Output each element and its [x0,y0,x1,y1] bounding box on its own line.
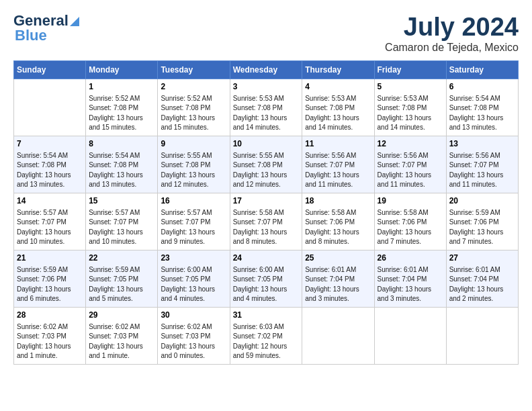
col-header-wednesday: Wednesday [230,60,302,79]
col-header-tuesday: Tuesday [158,60,230,79]
calendar-cell: 13Sunrise: 5:56 AMSunset: 7:07 PMDayligh… [446,136,518,193]
calendar-week-row: 21Sunrise: 5:59 AMSunset: 7:06 PMDayligh… [14,250,519,307]
cell-info: Sunrise: 5:53 AMSunset: 7:08 PMDaylight:… [305,94,371,133]
cell-info: Sunrise: 6:01 AMSunset: 7:04 PMDaylight:… [305,265,371,304]
day-number: 16 [161,195,226,207]
day-number: 30 [161,310,226,321]
logo: General Blue [13,13,79,44]
cell-info: Sunrise: 6:01 AMSunset: 7:04 PMDaylight:… [449,265,515,304]
calendar-cell: 7Sunrise: 5:54 AMSunset: 7:08 PMDaylight… [14,136,86,193]
calendar-cell: 27Sunrise: 6:01 AMSunset: 7:04 PMDayligh… [446,250,518,307]
day-number: 8 [89,138,154,150]
calendar-cell: 8Sunrise: 5:54 AMSunset: 7:08 PMDaylight… [86,136,158,193]
calendar-week-row: 28Sunrise: 6:02 AMSunset: 7:03 PMDayligh… [14,307,519,364]
calendar-cell: 19Sunrise: 5:58 AMSunset: 7:06 PMDayligh… [374,193,446,250]
logo-arrow-icon [70,17,79,26]
cell-info: Sunrise: 5:59 AMSunset: 7:06 PMDaylight:… [449,208,515,247]
day-number: 1 [89,81,154,93]
cell-info: Sunrise: 5:59 AMSunset: 7:05 PMDaylight:… [89,265,154,304]
calendar-cell: 6Sunrise: 5:54 AMSunset: 7:08 PMDaylight… [446,79,518,136]
cell-info: Sunrise: 5:54 AMSunset: 7:08 PMDaylight:… [17,151,83,190]
day-number: 14 [17,195,83,207]
calendar-cell: 11Sunrise: 5:56 AMSunset: 7:07 PMDayligh… [302,136,374,193]
logo-general: General [13,13,69,28]
day-number: 31 [233,310,300,321]
calendar-cell: 25Sunrise: 6:01 AMSunset: 7:04 PMDayligh… [302,250,374,307]
day-number: 21 [17,253,83,264]
cell-info: Sunrise: 5:58 AMSunset: 7:06 PMDaylight:… [305,208,371,247]
calendar-cell: 18Sunrise: 5:58 AMSunset: 7:06 PMDayligh… [302,193,374,250]
cell-info: Sunrise: 5:57 AMSunset: 7:07 PMDaylight:… [161,208,226,247]
cell-info: Sunrise: 5:58 AMSunset: 7:06 PMDaylight:… [378,208,443,247]
day-number: 25 [305,253,371,264]
calendar-week-row: 1Sunrise: 5:52 AMSunset: 7:08 PMDaylight… [14,79,519,136]
cell-info: Sunrise: 5:54 AMSunset: 7:08 PMDaylight:… [449,94,515,133]
calendar-cell: 2Sunrise: 5:52 AMSunset: 7:08 PMDaylight… [158,79,230,136]
calendar-cell: 28Sunrise: 6:02 AMSunset: 7:03 PMDayligh… [14,307,86,364]
cell-info: Sunrise: 5:56 AMSunset: 7:07 PMDaylight:… [305,151,371,190]
calendar-week-row: 14Sunrise: 5:57 AMSunset: 7:07 PMDayligh… [14,193,519,250]
day-number: 22 [89,253,154,264]
cell-info: Sunrise: 5:57 AMSunset: 7:07 PMDaylight:… [89,208,154,247]
calendar-cell [374,307,446,364]
cell-info: Sunrise: 5:56 AMSunset: 7:07 PMDaylight:… [449,151,515,190]
calendar-cell: 23Sunrise: 6:00 AMSunset: 7:05 PMDayligh… [158,250,230,307]
page-header: General Blue July 2024 Camaron de Tejeda… [13,13,519,54]
cell-info: Sunrise: 5:52 AMSunset: 7:08 PMDaylight:… [161,94,226,133]
day-number: 23 [161,253,226,264]
day-number: 19 [378,195,443,207]
calendar-cell: 14Sunrise: 5:57 AMSunset: 7:07 PMDayligh… [14,193,86,250]
day-number: 3 [233,81,300,93]
month-year-title: July 2024 [385,13,519,42]
day-number: 12 [378,138,443,150]
cell-info: Sunrise: 5:53 AMSunset: 7:08 PMDaylight:… [378,94,443,133]
col-header-friday: Friday [374,60,446,79]
calendar-cell: 12Sunrise: 5:56 AMSunset: 7:07 PMDayligh… [374,136,446,193]
day-number: 15 [89,195,154,207]
logo-blue: Blue [13,27,47,44]
calendar-cell: 4Sunrise: 5:53 AMSunset: 7:08 PMDaylight… [302,79,374,136]
cell-info: Sunrise: 5:57 AMSunset: 7:07 PMDaylight:… [17,208,83,247]
calendar-cell [14,79,86,136]
calendar-header-row: SundayMondayTuesdayWednesdayThursdayFrid… [14,60,519,79]
calendar-cell: 22Sunrise: 5:59 AMSunset: 7:05 PMDayligh… [86,250,158,307]
calendar-cell: 24Sunrise: 6:00 AMSunset: 7:05 PMDayligh… [230,250,302,307]
day-number: 26 [378,253,443,264]
calendar-cell: 9Sunrise: 5:55 AMSunset: 7:08 PMDaylight… [158,136,230,193]
calendar-cell: 3Sunrise: 5:53 AMSunset: 7:08 PMDaylight… [230,79,302,136]
cell-info: Sunrise: 5:52 AMSunset: 7:08 PMDaylight:… [89,94,154,133]
calendar-cell: 26Sunrise: 6:01 AMSunset: 7:04 PMDayligh… [374,250,446,307]
calendar-cell: 29Sunrise: 6:02 AMSunset: 7:03 PMDayligh… [86,307,158,364]
calendar-cell: 5Sunrise: 5:53 AMSunset: 7:08 PMDaylight… [374,79,446,136]
location-subtitle: Camaron de Tejeda, Mexico [385,42,519,54]
day-number: 2 [161,81,226,93]
day-number: 7 [17,138,83,150]
cell-info: Sunrise: 5:55 AMSunset: 7:08 PMDaylight:… [233,151,300,190]
cell-info: Sunrise: 6:00 AMSunset: 7:05 PMDaylight:… [161,265,226,304]
cell-info: Sunrise: 6:02 AMSunset: 7:03 PMDaylight:… [161,322,226,361]
col-header-saturday: Saturday [446,60,518,79]
day-number: 9 [161,138,226,150]
calendar-cell: 10Sunrise: 5:55 AMSunset: 7:08 PMDayligh… [230,136,302,193]
cell-info: Sunrise: 5:58 AMSunset: 7:07 PMDaylight:… [233,208,300,247]
col-header-monday: Monday [86,60,158,79]
day-number: 13 [449,138,515,150]
cell-info: Sunrise: 5:56 AMSunset: 7:07 PMDaylight:… [378,151,443,190]
calendar-cell: 31Sunrise: 6:03 AMSunset: 7:02 PMDayligh… [230,307,302,364]
calendar-cell [446,307,518,364]
calendar-week-row: 7Sunrise: 5:54 AMSunset: 7:08 PMDaylight… [14,136,519,193]
day-number: 10 [233,138,300,150]
calendar-cell: 30Sunrise: 6:02 AMSunset: 7:03 PMDayligh… [158,307,230,364]
title-area: July 2024 Camaron de Tejeda, Mexico [385,13,519,54]
day-number: 28 [17,310,83,321]
cell-info: Sunrise: 6:03 AMSunset: 7:02 PMDaylight:… [233,322,300,361]
day-number: 11 [305,138,371,150]
col-header-thursday: Thursday [302,60,374,79]
day-number: 6 [449,81,515,93]
day-number: 27 [449,253,515,264]
cell-info: Sunrise: 6:02 AMSunset: 7:03 PMDaylight:… [89,322,154,361]
calendar-cell: 17Sunrise: 5:58 AMSunset: 7:07 PMDayligh… [230,193,302,250]
cell-info: Sunrise: 6:00 AMSunset: 7:05 PMDaylight:… [233,265,300,304]
cell-info: Sunrise: 5:53 AMSunset: 7:08 PMDaylight:… [233,94,300,133]
calendar-cell: 21Sunrise: 5:59 AMSunset: 7:06 PMDayligh… [14,250,86,307]
